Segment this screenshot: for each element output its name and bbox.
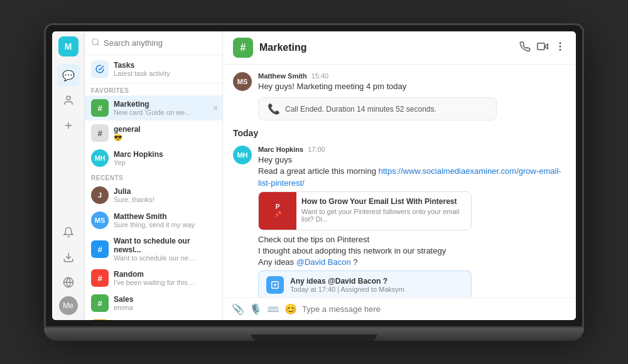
svg-point-6	[92, 39, 98, 45]
search-icon	[91, 38, 100, 48]
close-channel-btn[interactable]: ✕	[212, 104, 219, 112]
task-card[interactable]: Any ideas @David Bacon ? Today at 17:40 …	[258, 270, 472, 297]
laptop-screen: M 💬	[44, 23, 584, 328]
svg-point-0	[67, 96, 70, 100]
task-card-text: Any ideas @David Bacon ? Today at 17:40 …	[290, 277, 404, 293]
chat-header: # Marketing	[223, 31, 576, 65]
channel-item-julia[interactable]: J Julia Sure, thanks!	[85, 183, 222, 208]
svg-rect-9	[538, 43, 544, 50]
svg-line-7	[97, 44, 99, 46]
laptop-base	[44, 328, 584, 341]
sales-avatar: #	[91, 294, 109, 312]
chat-input-bar: 📎 🎙️ ⌨️ 😊	[223, 297, 576, 320]
link-preview-card[interactable]: P📌 How to Grow Your Email List With Pint…	[258, 191, 472, 230]
birthday-avatar: 🔒	[91, 319, 109, 320]
channels-panel: Tasks Latest task activity FAVORITES # M…	[85, 31, 223, 320]
marc-avatar: MH	[91, 149, 109, 167]
attachment-icon[interactable]: 📎	[232, 303, 244, 315]
channel-item-matthew[interactable]: MS Matthew Smith Sure thing, send it my …	[85, 208, 222, 233]
phone-icon[interactable]	[519, 41, 531, 55]
add-nav-icon[interactable]	[57, 114, 80, 137]
svg-marker-8	[544, 44, 548, 49]
newsletter-info: Want to schedule our newsl... Want to sc…	[114, 237, 216, 262]
contacts-nav-icon[interactable]	[57, 89, 80, 112]
random-info: Random I've been waiting for this 😊	[114, 270, 195, 287]
today-divider: Today	[233, 126, 566, 141]
download-nav-icon[interactable]	[57, 246, 80, 269]
user-avatar[interactable]: M	[58, 36, 78, 56]
channel-item-sales[interactable]: # Sales emma	[85, 291, 222, 316]
random-avatar: #	[91, 269, 109, 287]
more-options-icon[interactable]	[555, 41, 566, 55]
channel-item-general[interactable]: # general 😎	[85, 120, 222, 146]
video-icon[interactable]	[537, 41, 548, 55]
general-info: general 😎	[114, 125, 141, 142]
chat-nav-icon[interactable]: 💬	[57, 64, 80, 87]
emoji-icon[interactable]: 😊	[284, 303, 297, 315]
message-input[interactable]	[302, 304, 567, 314]
call-ended-notification: 📞 Call Ended. Duration 14 minutes 52 sec…	[258, 97, 497, 120]
globe-nav-icon[interactable]	[57, 271, 80, 294]
icon-sidebar: M 💬	[52, 31, 85, 320]
chat-messages: MS Matthew Smith 15:40 Hey guys! Marketi…	[223, 65, 576, 297]
link-preview-image: P📌	[259, 192, 296, 230]
tasks-item[interactable]: Tasks Latest task activity	[85, 55, 222, 83]
sales-info: Sales emma	[114, 295, 133, 311]
screen-inner: M 💬	[52, 31, 576, 320]
channel-header-icon: #	[233, 38, 253, 58]
channel-item-newsletter[interactable]: # Want to schedule our newsl... Want to …	[85, 233, 222, 265]
channel-item-marketing[interactable]: # Marketing New card 'Guide on website o…	[85, 95, 222, 120]
header-actions	[519, 41, 566, 55]
julia-avatar: J	[91, 186, 109, 204]
marketing-avatar: #	[91, 99, 109, 117]
svg-point-10	[560, 43, 561, 44]
msg-content-matthew: Matthew Smith 15:40 Hey guys! Marketing …	[258, 72, 406, 92]
bottom-user-avatar[interactable]: Me	[59, 296, 78, 315]
channel-item-marc[interactable]: MH Marc Hopkins Yep	[85, 146, 222, 171]
bell-nav-icon[interactable]	[57, 221, 80, 244]
search-bar	[85, 31, 222, 55]
newsletter-avatar: #	[91, 240, 109, 258]
task-card-icon	[266, 276, 284, 294]
channel-item-birthday[interactable]: 🔒 Marc's birthday Marc's birthday coming…	[85, 316, 222, 320]
link-preview-content: How to Grow Your Email List With Pintere…	[296, 192, 471, 230]
msg-avatar-marc: MH	[233, 146, 252, 164]
msg-content-marc: Marc Hopkins 17:00 Hey guys Read a great…	[258, 146, 566, 297]
mic-icon[interactable]: 🎙️	[249, 303, 262, 315]
tasks-icon	[91, 60, 109, 78]
message-marc: MH Marc Hopkins 17:00 Hey guys Read a gr…	[233, 146, 566, 297]
matthew-avatar: MS	[91, 211, 109, 229]
marketing-info: Marketing New card 'Guide on website o..…	[114, 100, 195, 116]
svg-point-12	[560, 50, 561, 51]
julia-info: Julia Sure, thanks!	[114, 187, 154, 203]
matthew-info: Matthew Smith Sure thing, send it my way	[114, 212, 195, 228]
message-matthew-smith: MS Matthew Smith 15:40 Hey guys! Marketi…	[233, 72, 566, 92]
keyboard-icon[interactable]: ⌨️	[267, 303, 279, 315]
general-avatar: #	[91, 124, 109, 142]
recents-label: RECENTS	[85, 171, 222, 183]
channel-item-random[interactable]: # Random I've been waiting for this 😊	[85, 265, 222, 291]
favorites-label: FAVORITES	[85, 83, 222, 95]
article-link[interactable]: https://www.socialmediaexaminer.com/grow…	[258, 166, 561, 187]
chat-main: # Marketing	[223, 31, 576, 320]
call-ended-icon: 📞	[268, 103, 280, 115]
channel-header-title: Marketing	[259, 42, 513, 53]
tasks-text: Tasks Latest task activity	[114, 61, 170, 77]
msg-avatar-matthew: MS	[233, 72, 252, 91]
svg-point-11	[560, 46, 561, 47]
marc-info: Marc Hopkins Yep	[114, 150, 163, 166]
laptop-wrapper: M 💬	[44, 23, 584, 341]
search-input[interactable]	[104, 38, 216, 48]
